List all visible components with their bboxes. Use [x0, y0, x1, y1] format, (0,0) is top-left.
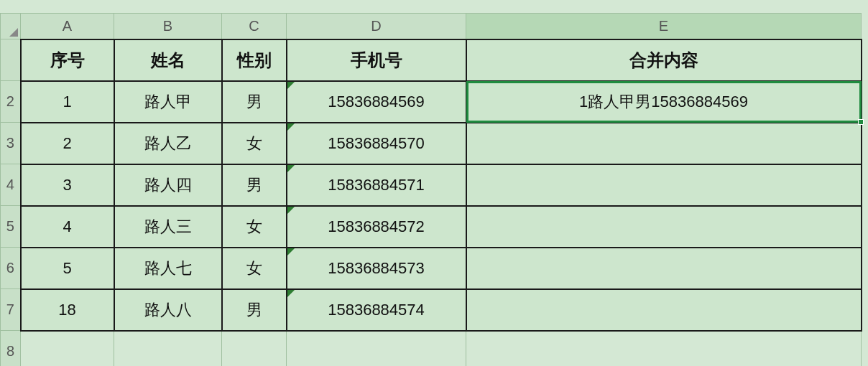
cell-E8[interactable] [466, 331, 862, 367]
fill-handle[interactable] [858, 119, 864, 125]
cell-C3[interactable]: 女 [222, 123, 287, 164]
spreadsheet-grid[interactable]: A B C D E 序号 姓名 性别 手机号 合并内容 2 1 路人甲 男 15… [0, 0, 868, 366]
cell-B7[interactable]: 路人八 [114, 289, 222, 331]
cell-B3[interactable]: 路人乙 [114, 123, 222, 164]
cell-marker-icon [287, 248, 295, 255]
cell-marker-icon [287, 207, 295, 214]
cell-D2-text: 15836884569 [328, 93, 425, 111]
cell-marker-icon [287, 123, 295, 131]
cell-E5[interactable] [466, 206, 862, 248]
col-header-B[interactable]: B [114, 14, 222, 39]
select-all-cell[interactable] [1, 14, 21, 39]
cell-E1[interactable]: 合并内容 [466, 39, 862, 81]
cell-marker-icon [287, 82, 295, 89]
cell-A8[interactable] [21, 331, 114, 367]
cell-D2[interactable]: 15836884569 [287, 81, 466, 123]
cell-D3[interactable]: 15836884570 [287, 123, 466, 164]
cell-B6[interactable]: 路人七 [114, 248, 222, 289]
cell-D4[interactable]: 15836884571 [287, 164, 466, 206]
cell-C4[interactable]: 男 [222, 164, 287, 206]
cell-D6-text: 15836884573 [328, 259, 425, 277]
cell-D4-text: 15836884571 [328, 176, 425, 194]
cell-C8[interactable] [222, 331, 287, 367]
cell-A2[interactable]: 1 [21, 81, 114, 123]
cell-D8[interactable] [287, 331, 466, 367]
row-header-1[interactable] [1, 39, 21, 81]
col-header-D[interactable]: D [287, 14, 466, 39]
cell-E4[interactable] [466, 164, 862, 206]
cell-D7-text: 15836884574 [328, 301, 425, 319]
cell-B5[interactable]: 路人三 [114, 206, 222, 248]
cell-marker-icon [287, 290, 295, 297]
cell-E7[interactable] [466, 289, 862, 331]
cell-A4[interactable]: 3 [21, 164, 114, 206]
row-header-6[interactable]: 6 [1, 248, 21, 289]
cell-D5[interactable]: 15836884572 [287, 206, 466, 248]
cell-B1[interactable]: 姓名 [114, 39, 222, 81]
cell-A6[interactable]: 5 [21, 248, 114, 289]
cell-A7[interactable]: 18 [21, 289, 114, 331]
cell-B8[interactable] [114, 331, 222, 367]
col-header-E[interactable]: E [466, 14, 862, 39]
col-header-A[interactable]: A [21, 14, 114, 39]
cell-D6[interactable]: 15836884573 [287, 248, 466, 289]
cell-E3[interactable] [466, 123, 862, 164]
cell-E2-text: 1路人甲男15836884569 [579, 93, 748, 111]
row-header-5[interactable]: 5 [1, 206, 21, 248]
cell-B4[interactable]: 路人四 [114, 164, 222, 206]
cell-A3[interactable]: 2 [21, 123, 114, 164]
cell-C7[interactable]: 男 [222, 289, 287, 331]
cell-E6[interactable] [466, 248, 862, 289]
cell-C1[interactable]: 性别 [222, 39, 287, 81]
col-header-C[interactable]: C [222, 14, 287, 39]
cell-C5[interactable]: 女 [222, 206, 287, 248]
cell-E2-selected[interactable]: 1路人甲男15836884569 [466, 81, 862, 123]
cell-A1[interactable]: 序号 [21, 39, 114, 81]
row-header-2[interactable]: 2 [1, 81, 21, 123]
row-header-3[interactable]: 3 [1, 123, 21, 164]
row-header-4[interactable]: 4 [1, 164, 21, 206]
cell-D5-text: 15836884572 [328, 217, 425, 235]
cell-D7[interactable]: 15836884574 [287, 289, 466, 331]
cell-D3-text: 15836884570 [328, 134, 425, 152]
cell-D1[interactable]: 手机号 [287, 39, 466, 81]
cell-A5[interactable]: 4 [21, 206, 114, 248]
cell-C2[interactable]: 男 [222, 81, 287, 123]
row-header-8[interactable]: 8 [1, 331, 21, 367]
row-header-7[interactable]: 7 [1, 289, 21, 331]
cell-B2[interactable]: 路人甲 [114, 81, 222, 123]
cell-C6[interactable]: 女 [222, 248, 287, 289]
cell-marker-icon [287, 165, 295, 172]
